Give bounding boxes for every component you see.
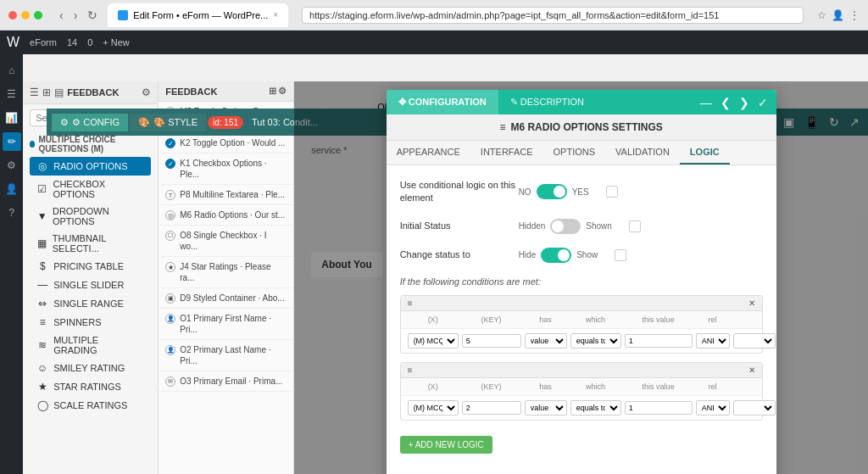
tab-options[interactable]: OPTIONS xyxy=(543,141,606,165)
nav-item-scale-ratings[interactable]: ◯ SCALE RATINGS xyxy=(30,396,151,415)
sidebar-icon-help[interactable]: ? xyxy=(3,204,21,222)
address-bar[interactable] xyxy=(302,7,804,24)
tab-close-icon[interactable]: × xyxy=(273,10,278,20)
conditional-checkbox[interactable] xyxy=(606,186,618,198)
wp-eform-link[interactable]: eForm xyxy=(30,37,57,47)
browser-actions: ☆ 👤 ⋮ xyxy=(817,9,860,21)
change-status-toggle[interactable] xyxy=(541,248,571,263)
smiley-icon: ☺ xyxy=(36,362,48,374)
cond-thisvalue-input-0[interactable] xyxy=(625,334,693,348)
initial-status-toggle[interactable] xyxy=(550,219,581,234)
style-tab[interactable]: 🎨 🎨 STYLE xyxy=(130,114,206,131)
cond-which-select-0[interactable]: equals to xyxy=(570,333,621,349)
show-label: Show xyxy=(576,250,598,259)
tab-interface[interactable]: INTERFACE xyxy=(470,141,543,165)
nav-item-radio-options[interactable]: ◎ RADIO OPTIONS xyxy=(30,157,151,176)
account-button[interactable]: 👤 xyxy=(832,9,844,21)
sidebar-icon-reports[interactable]: 📊 xyxy=(3,109,21,127)
modal-next-icon[interactable]: ❯ xyxy=(736,94,753,111)
sidebar-icon-settings[interactable]: ⚙ xyxy=(3,156,21,175)
scale-icon: ◯ xyxy=(36,399,48,411)
cond-x-select-0[interactable]: (M) MCQ xyxy=(408,333,459,349)
list-item[interactable]: T P8 Multiline Textarea · Ple... xyxy=(159,185,293,205)
wp-count-link[interactable]: 14 xyxy=(67,37,77,47)
config-tab[interactable]: ⚙ ⚙ CONFIG xyxy=(52,114,128,131)
list-item[interactable]: ▣ D9 Styled Container · Abo... xyxy=(159,288,293,309)
nav-item-thumbnail[interactable]: ▦ THUMBNAIL SELECTI... xyxy=(30,230,151,257)
condition-block-close-0[interactable]: ✕ xyxy=(748,298,755,308)
condition-block-close-1[interactable]: ✕ xyxy=(748,365,755,375)
cond-has-select-1[interactable]: value xyxy=(525,400,567,415)
nav-item-multiple-grading[interactable]: ≋ MULTIPLE GRADING xyxy=(30,332,151,359)
cond-rel-select-1[interactable]: AND xyxy=(696,400,730,415)
sidebar-icon-forms[interactable]: ☰ xyxy=(3,85,21,103)
panel-settings-icon[interactable]: ⚙ xyxy=(142,86,151,98)
cond-key-input-0[interactable] xyxy=(462,334,521,348)
forward-button[interactable]: › xyxy=(70,7,81,24)
tab-validation[interactable]: VALIDATION xyxy=(605,141,680,165)
col-blank-1 xyxy=(733,382,776,391)
nav-item-pricing[interactable]: $ PRICING TABLE xyxy=(30,257,151,276)
panel-icon-btn-2[interactable]: ⊞ xyxy=(42,86,51,98)
maximize-dot[interactable] xyxy=(34,11,42,20)
modal-minus-icon[interactable]: — xyxy=(697,94,715,111)
list-item[interactable]: ☐ O8 Single Checkbox · I wo... xyxy=(159,226,293,257)
cond-thisvalue-input-1[interactable] xyxy=(625,401,693,415)
cond-extra-select-1[interactable] xyxy=(733,400,776,415)
list-item[interactable]: ✓ K1 Checkbox Options · Ple... xyxy=(159,153,293,185)
reload-button[interactable]: ↻ xyxy=(84,7,101,24)
panel-icon-btn-1[interactable]: ☰ xyxy=(30,86,39,98)
sidebar-icon-users[interactable]: 👤 xyxy=(3,180,21,198)
modal-check-icon[interactable]: ✓ xyxy=(754,94,771,111)
nav-item-radio-label: RADIO OPTIONS xyxy=(53,161,127,171)
wp-comments-link[interactable]: 0 xyxy=(87,37,92,47)
sidebar-icon-dashboard[interactable]: ⌂ xyxy=(3,61,21,80)
browser-chrome: ‹ › ↻ Edit Form • eForm — WordPre... × ☆… xyxy=(0,0,868,31)
cond-x-select-1[interactable]: (M) MCQ xyxy=(408,400,459,415)
wp-new-link[interactable]: + New xyxy=(103,37,130,47)
item-icon-9: 👤 xyxy=(165,345,175,355)
nav-item-range-label: SINGLE RANGE xyxy=(53,298,124,309)
initial-status-checkbox[interactable] xyxy=(629,220,641,232)
modal-topbar-desc-tab[interactable]: ✎ DESCRIPTION xyxy=(498,90,596,114)
list-item[interactable]: ✉ O3 Primary Email · Prima... xyxy=(159,371,293,392)
nav-item-star-ratings[interactable]: ★ STAR RATINGS xyxy=(30,377,151,396)
nav-item-single-slider[interactable]: — SINGLE SLIDER xyxy=(30,276,151,294)
nav-item-dropdown-options[interactable]: ▼ DROPDOWN OPTIONS xyxy=(30,203,151,230)
change-status-checkbox[interactable] xyxy=(615,249,626,261)
browser-tab[interactable]: Edit Form • eForm — WordPre... × xyxy=(108,3,288,27)
nav-item-smiley[interactable]: ☺ SMILEY RATING xyxy=(30,359,151,377)
settings-modal: ✥ CONFIGURATION ✎ DESCRIPTION — ❮ ❯ xyxy=(387,90,776,474)
item-text-2: K1 Checkbox Options · Ple... xyxy=(180,158,287,180)
tab-appearance[interactable]: APPEARANCE xyxy=(387,141,470,165)
cond-key-input-1[interactable] xyxy=(462,401,521,415)
list-item[interactable]: 👤 O2 Primary Last Name · Pri... xyxy=(159,340,293,371)
cond-rel-select-0[interactable]: AND xyxy=(696,333,730,349)
nav-item-checkbox-options[interactable]: ☑ CHECKBOX OPTIONS xyxy=(30,176,151,203)
panel-icon-btn-3[interactable]: ▤ xyxy=(54,86,64,98)
cond-extra-select-0[interactable] xyxy=(733,333,776,349)
menu-button[interactable]: ⋮ xyxy=(849,9,860,21)
sidebar-icon-edit[interactable]: ✏ xyxy=(3,132,21,151)
tab-logic[interactable]: LOGIC xyxy=(680,141,730,165)
dropdown-options-icon: ▼ xyxy=(36,210,47,222)
nav-item-spinners[interactable]: ≡ SPINNERS xyxy=(30,313,151,332)
modal-topbar-config-tab[interactable]: ✥ CONFIGURATION xyxy=(387,90,498,114)
cond-has-select-0[interactable]: value xyxy=(525,333,567,349)
list-item[interactable]: 👤 O1 Primary First Name · Pri... xyxy=(159,309,293,340)
list-item[interactable]: ◎ M6 Radio Options · Our st... xyxy=(159,205,293,226)
minimize-dot[interactable] xyxy=(21,11,30,20)
cond-which-select-1[interactable]: equals to xyxy=(570,400,621,415)
bookmark-button[interactable]: ☆ xyxy=(817,9,826,21)
back-button[interactable]: ‹ xyxy=(56,7,67,24)
conditional-toggle[interactable] xyxy=(537,184,567,199)
nav-item-star-label: STAR RATINGS xyxy=(53,382,121,392)
list-item[interactable]: ✓ K2 Toggle Option · Would ... xyxy=(159,133,293,153)
middle-panel-expand-icon[interactable]: ⊞ xyxy=(269,86,276,97)
close-dot[interactable] xyxy=(8,11,17,20)
nav-item-single-range[interactable]: ⇔ SINGLE RANGE xyxy=(30,294,151,313)
list-item[interactable]: ★ J4 Star Ratings · Please ra... xyxy=(159,257,293,288)
middle-panel-settings-icon[interactable]: ⚙ xyxy=(278,86,287,97)
modal-prev-icon[interactable]: ❮ xyxy=(717,94,734,111)
add-logic-button[interactable]: + ADD NEW LOGIC xyxy=(400,436,492,454)
